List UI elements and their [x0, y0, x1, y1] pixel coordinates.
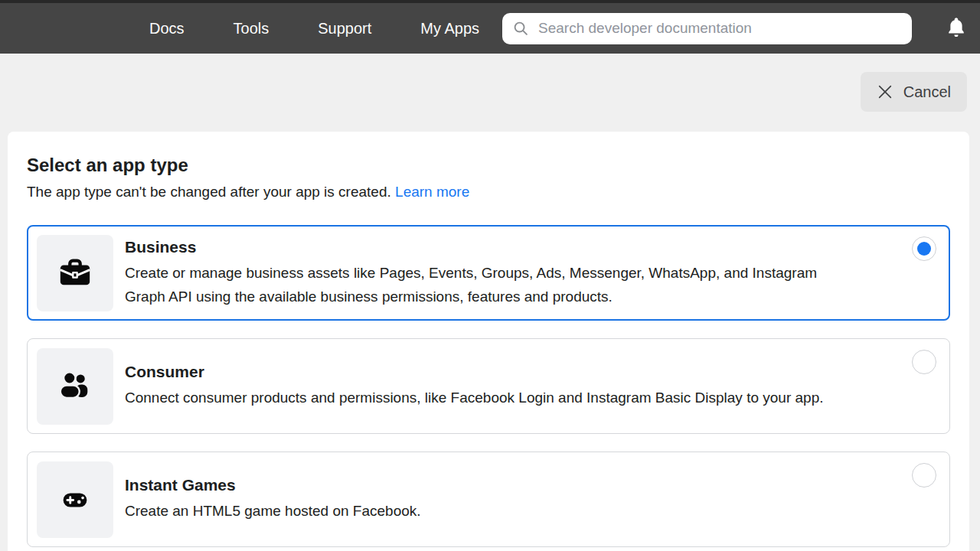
select-app-type-panel: Select an app type The app type can't be…	[8, 132, 969, 551]
app-type-card-business[interactable]: Business Create or manage business asset…	[27, 225, 950, 321]
nav-item-docs[interactable]: Docs	[149, 20, 185, 37]
top-navigation-bar: Docs Tools Support My Apps	[0, 0, 980, 54]
search-input[interactable]	[538, 20, 902, 37]
card-description: Create or manage business assets like Pa…	[125, 261, 817, 308]
cancel-button[interactable]: Cancel	[861, 72, 967, 112]
card-description: Connect consumer products and permission…	[125, 386, 823, 409]
search-box[interactable]	[502, 13, 912, 44]
card-description: Create an HTML5 game hosted on Facebook.	[125, 499, 421, 523]
people-icon	[37, 348, 113, 425]
card-title: Consumer	[125, 363, 823, 381]
subtitle-text: The app type can't be changed after your…	[27, 184, 391, 200]
radio-dot	[917, 242, 931, 256]
card-text-business: Business Create or manage business asset…	[125, 238, 871, 308]
app-type-card-instant-games[interactable]: Instant Games Create an HTML5 game hoste…	[27, 452, 950, 547]
card-title: Business	[125, 238, 817, 256]
nav-item-support[interactable]: Support	[318, 20, 371, 37]
card-title: Instant Games	[125, 476, 421, 494]
briefcase-icon	[37, 235, 113, 311]
page-subtitle: The app type can't be changed after your…	[27, 184, 950, 201]
notification-bell-icon[interactable]	[943, 14, 969, 43]
radio-button-business[interactable]	[912, 236, 936, 261]
app-type-card-consumer[interactable]: Consumer Connect consumer products and p…	[27, 338, 950, 434]
search-icon	[512, 20, 530, 37]
card-text-instant-games: Instant Games Create an HTML5 game hoste…	[125, 476, 475, 523]
cancel-button-label: Cancel	[903, 83, 951, 101]
radio-button-consumer[interactable]	[912, 350, 936, 374]
nav-menu: Docs Tools Support My Apps	[149, 20, 479, 37]
nav-item-my-apps[interactable]: My Apps	[420, 20, 479, 37]
gamepad-icon	[37, 461, 113, 538]
card-text-consumer: Consumer Connect consumer products and p…	[125, 363, 877, 409]
page-title: Select an app type	[27, 155, 950, 176]
close-x-icon	[877, 83, 893, 100]
learn-more-link[interactable]: Learn more	[395, 184, 469, 200]
app-type-options: Business Create or manage business asset…	[27, 225, 950, 547]
radio-button-instant-games[interactable]	[912, 463, 936, 487]
nav-item-tools[interactable]: Tools	[234, 20, 270, 37]
